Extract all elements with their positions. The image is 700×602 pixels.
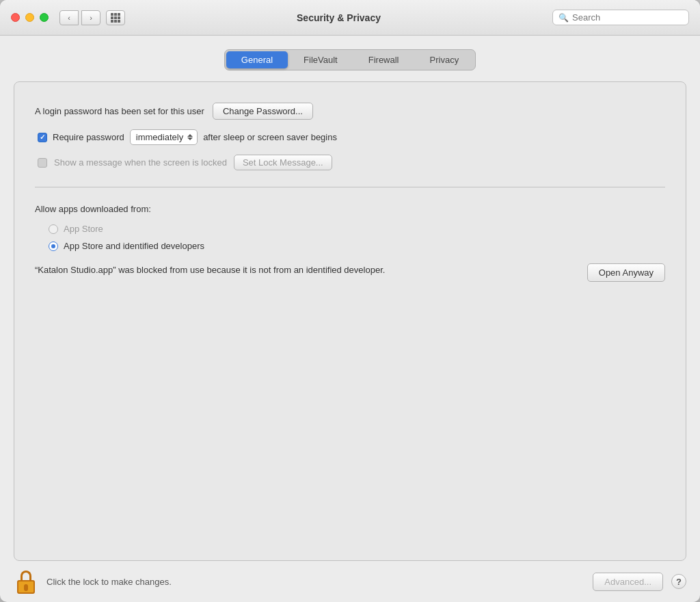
lock-label: Click the lock to make changes. <box>46 577 584 587</box>
app-store-radio-row: App Store <box>49 224 665 234</box>
lock-body <box>17 580 35 594</box>
grid-button[interactable] <box>106 10 125 25</box>
require-password-row: ✓ Require password immediately after sle… <box>38 129 665 145</box>
forward-button[interactable]: › <box>81 10 100 25</box>
password-set-row: A login password has been set for this u… <box>35 103 665 120</box>
app-store-identified-label: App Store and identified developers <box>64 241 204 251</box>
search-input[interactable] <box>572 12 682 23</box>
tab-general[interactable]: General <box>226 51 288 68</box>
grid-icon <box>111 13 120 23</box>
lock-icon[interactable] <box>14 569 38 594</box>
app-store-identified-radio-row: App Store and identified developers <box>49 241 665 251</box>
show-message-checkbox[interactable] <box>38 158 47 168</box>
radio-selected-dot <box>51 244 55 248</box>
bottom-bar: Click the lock to make changes. Advanced… <box>0 561 700 602</box>
tab-filevault[interactable]: FileVault <box>288 51 353 68</box>
open-anyway-button[interactable]: Open Anyway <box>587 263 665 282</box>
close-button[interactable] <box>11 13 20 22</box>
blocked-app-text: “Katalon Studio.app” was blocked from us… <box>35 263 576 277</box>
dropdown-value: immediately <box>136 132 183 142</box>
lock-message-row: Show a message when the screen is locked… <box>38 155 665 170</box>
panel: A login password has been set for this u… <box>14 81 686 561</box>
require-password-label: Require password <box>53 132 124 142</box>
content-area: General FileVault Firewall Privacy A log… <box>0 36 700 561</box>
tab-bar: General FileVault Firewall Privacy <box>14 49 686 70</box>
search-bar[interactable]: 🔍 <box>552 10 689 25</box>
app-store-radio[interactable] <box>49 224 58 234</box>
section-divider <box>35 187 665 187</box>
allow-apps-label: Allow apps downloaded from: <box>35 204 665 214</box>
tab-group: General FileVault Firewall Privacy <box>224 49 476 70</box>
arrow-up-icon <box>187 134 193 137</box>
show-message-label: Show a message when the screen is locked <box>54 157 227 168</box>
arrow-down-icon <box>187 138 193 140</box>
after-sleep-label: after sleep or screen saver begins <box>203 132 337 142</box>
password-set-label: A login password has been set for this u… <box>35 106 204 116</box>
help-button[interactable]: ? <box>671 574 686 589</box>
change-password-button[interactable]: Change Password... <box>213 103 313 120</box>
keyhole-icon <box>24 584 28 591</box>
dropdown-arrows-icon <box>187 134 193 140</box>
traffic-lights <box>11 13 49 22</box>
titlebar: ‹ › Security & Privacy 🔍 <box>0 0 700 36</box>
apps-section: Allow apps downloaded from: App Store Ap… <box>35 204 665 282</box>
set-lock-message-button[interactable]: Set Lock Message... <box>234 155 332 170</box>
app-store-identified-radio[interactable] <box>49 241 58 251</box>
advanced-button[interactable]: Advanced... <box>593 573 663 591</box>
minimize-button[interactable] <box>25 13 34 22</box>
app-store-label: App Store <box>64 224 103 234</box>
nav-buttons: ‹ › <box>59 10 100 25</box>
main-window: ‹ › Security & Privacy 🔍 General FileVau… <box>0 0 700 602</box>
tab-firewall[interactable]: Firewall <box>353 51 414 68</box>
blocked-app-row: “Katalon Studio.app” was blocked from us… <box>35 263 665 282</box>
window-title: Security & Privacy <box>125 12 552 23</box>
password-timing-dropdown[interactable]: immediately <box>130 129 198 145</box>
search-icon: 🔍 <box>558 13 569 23</box>
tab-privacy[interactable]: Privacy <box>415 51 474 68</box>
checkmark-icon: ✓ <box>40 134 45 141</box>
require-password-checkbox[interactable]: ✓ <box>38 133 47 142</box>
password-section: A login password has been set for this u… <box>35 103 665 170</box>
radio-group: App Store App Store and identified devel… <box>49 224 665 251</box>
back-button[interactable]: ‹ <box>59 10 79 25</box>
lock-shackle <box>21 571 31 580</box>
maximize-button[interactable] <box>40 13 49 22</box>
